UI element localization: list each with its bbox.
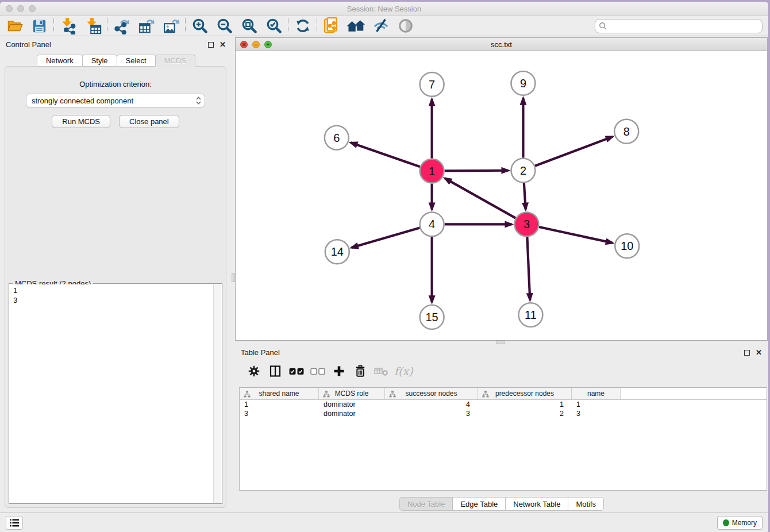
close-panel-icon[interactable]: ✕ <box>756 350 762 356</box>
tab-node-table[interactable]: Node Table <box>399 497 453 511</box>
search-field[interactable] <box>595 19 763 33</box>
memory-button[interactable]: Memory <box>717 516 763 530</box>
import-table-button[interactable] <box>80 17 105 35</box>
cell-predecessor-nodes[interactable]: 1 <box>478 400 572 408</box>
create-column-button[interactable] <box>328 361 349 381</box>
graph-edge-1-2[interactable] <box>445 171 509 171</box>
graph-node-label-4: 4 <box>429 218 435 230</box>
deselect-all-columns-button[interactable] <box>307 361 328 381</box>
column-header-shared-name[interactable]: shared name <box>240 388 319 399</box>
toolbar-separator <box>107 18 107 33</box>
title-bar: Session: New Session <box>0 2 768 16</box>
float-panel-icon[interactable] <box>744 350 750 356</box>
result-scrollbar[interactable] <box>213 284 221 503</box>
show-graphics-details-button[interactable] <box>393 17 418 35</box>
select-all-columns-button[interactable] <box>286 361 307 381</box>
column-header-name[interactable]: name <box>572 388 621 399</box>
graph-node-label-2: 2 <box>520 164 526 177</box>
hide-graphics-details-button[interactable] <box>368 17 393 35</box>
run-mcds-button[interactable]: Run MCDS <box>52 115 110 128</box>
split-panes-button[interactable] <box>264 361 286 381</box>
refresh-network-button[interactable] <box>290 17 315 35</box>
memory-label: Memory <box>732 519 757 527</box>
cell-name[interactable]: 3 <box>572 410 621 418</box>
table-panel-tabs: Node Table Edge Table Network Table Moti… <box>235 497 768 511</box>
zoom-selected-button[interactable] <box>261 17 286 35</box>
toolbar-separator <box>53 18 54 33</box>
hierarchy-icon <box>244 391 251 398</box>
open-session-button[interactable] <box>2 17 27 35</box>
import-table-icon <box>84 17 102 34</box>
export-table-icon <box>138 17 155 34</box>
column-header-mcds-role[interactable]: MCDS role <box>319 388 385 399</box>
table-row[interactable]: 3 dominator 3 2 3 <box>240 409 767 418</box>
table-panel: Table Panel ✕ <box>235 344 768 512</box>
edge-layer <box>351 98 613 302</box>
tab-select[interactable]: Select <box>117 55 156 67</box>
network-graph[interactable]: 1234678910111415 <box>236 52 767 340</box>
column-header-predecessor-nodes[interactable]: predecessor nodes <box>478 388 572 399</box>
table-settings-button[interactable] <box>243 361 264 381</box>
graph-node-label-7: 7 <box>429 78 435 91</box>
cell-shared-name[interactable]: 1 <box>240 400 319 408</box>
graph-edge-3-11[interactable] <box>527 237 530 300</box>
graph-edge-3-10[interactable] <box>539 227 613 243</box>
graph-edge-4-14[interactable] <box>352 228 420 248</box>
network-document-icon <box>322 17 341 35</box>
export-table-button[interactable] <box>134 17 159 35</box>
criterion-select[interactable]: strongly connected component <box>26 94 205 107</box>
cell-successor-nodes[interactable]: 4 <box>385 400 478 408</box>
export-image-button[interactable] <box>159 17 183 35</box>
mcds-result-text: 1 3 <box>10 284 213 503</box>
zoom-out-button[interactable] <box>212 17 237 35</box>
cell-mcds-role[interactable]: dominator <box>319 400 385 408</box>
result-line: 3 <box>13 296 17 304</box>
graph-edge-2-3[interactable] <box>524 183 526 210</box>
checked-boxes-icon <box>288 364 305 378</box>
search-icon <box>599 22 607 30</box>
cell-shared-name[interactable]: 3 <box>240 410 319 418</box>
splitter-handle[interactable] <box>496 341 505 344</box>
tab-network-table[interactable]: Network Table <box>505 497 568 511</box>
function-builder-button-disabled: f(x) <box>394 365 413 377</box>
search-input[interactable] <box>610 22 759 30</box>
cell-predecessor-nodes[interactable]: 2 <box>478 410 572 418</box>
cell-name[interactable]: 1 <box>572 400 621 408</box>
show-log-button[interactable] <box>6 516 23 530</box>
delete-column-button[interactable] <box>349 361 371 381</box>
graph-edge-3-1[interactable] <box>445 178 515 218</box>
table-panel-title: Table Panel <box>241 348 280 357</box>
graph-edge-1-6[interactable] <box>351 142 420 167</box>
close-panel-icon[interactable]: ✕ <box>220 42 226 48</box>
show-details-eye-icon <box>397 17 414 34</box>
tab-style[interactable]: Style <box>82 55 117 67</box>
import-network-button[interactable] <box>56 17 80 35</box>
network-canvas[interactable]: 1234678910111415 <box>236 52 767 340</box>
zoom-in-button[interactable] <box>187 17 212 35</box>
close-panel-button[interactable]: Close panel <box>119 115 179 128</box>
session-title: Session: New Session <box>0 2 768 16</box>
tab-network[interactable]: Network <box>37 55 83 67</box>
graph-node-label-14: 14 <box>331 245 344 258</box>
hierarchy-icon <box>482 391 489 398</box>
column-header-successor-nodes[interactable]: successor nodes <box>385 388 478 399</box>
tab-motifs[interactable]: Motifs <box>568 497 604 511</box>
cell-mcds-role[interactable]: dominator <box>319 410 385 418</box>
network-document-button[interactable] <box>319 17 344 35</box>
float-panel-icon[interactable] <box>208 42 214 48</box>
tab-edge-table[interactable]: Edge Table <box>452 497 506 511</box>
control-panel-tabs: Network Style Select MCDS <box>0 55 232 67</box>
export-network-button[interactable] <box>109 17 134 35</box>
cell-successor-nodes[interactable]: 3 <box>385 410 478 418</box>
toolbar-separator <box>185 18 186 33</box>
memory-status-icon <box>723 519 729 526</box>
table-row[interactable]: 1 dominator 4 1 1 <box>240 400 767 409</box>
tab-mcds[interactable]: MCDS <box>155 55 195 67</box>
home-button[interactable] <box>344 17 368 35</box>
zoom-fit-button[interactable] <box>237 17 261 35</box>
graph-edge-2-8[interactable] <box>535 137 613 166</box>
save-session-button[interactable] <box>27 17 52 35</box>
hide-details-eye-slash-icon <box>372 17 390 34</box>
hierarchy-icon <box>389 391 396 398</box>
graph-node-label-6: 6 <box>333 132 340 144</box>
